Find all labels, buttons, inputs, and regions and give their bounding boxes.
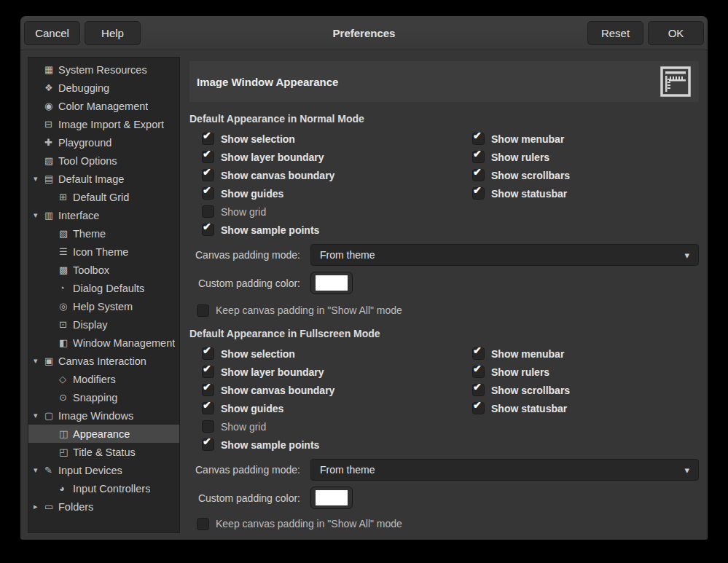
sidebar-item-label: Default Image (58, 173, 124, 185)
canvas-padding-mode-label: Canvas padding mode: (189, 249, 300, 261)
sidebar-item-label: Modifiers (73, 374, 116, 385)
checkbox-row: ✔Show scrollbars (461, 166, 570, 184)
custom-padding-color-button-fullscreen[interactable] (310, 487, 353, 509)
checkbox-show-rulers-normal[interactable]: ✔ (472, 151, 485, 163)
checkbox-show-grid-normal[interactable]: ✔ (202, 205, 214, 218)
checkbox-show-layer-boundary-fullscreen[interactable]: ✔ (202, 366, 214, 378)
color-management-icon: ◉ (44, 101, 58, 111)
sidebar-item-system-resources[interactable]: ▦System Resources (28, 60, 179, 79)
checkbox-keep-canvas-padding-fullscreen[interactable]: ✔ (197, 518, 209, 530)
sidebar-item-color-management[interactable]: ◉Color Management (28, 97, 179, 115)
collapse-arrow-icon[interactable]: ▾ (34, 210, 44, 220)
sidebar-item-label: Playground (58, 137, 111, 149)
help-button[interactable]: Help (85, 21, 141, 45)
check-icon: ✔ (473, 130, 482, 141)
checkbox-show-selection-normal[interactable]: ✔ (202, 133, 214, 145)
checkbox-show-menubar-fullscreen[interactable]: ✔ (472, 347, 485, 360)
cancel-button[interactable]: Cancel (24, 21, 80, 45)
reset-button[interactable]: Reset (587, 21, 643, 45)
sidebar-item-help-system[interactable]: ◎Help System (28, 297, 179, 315)
expand-arrow-icon[interactable]: ▸ (34, 502, 44, 511)
sidebar-item-debugging[interactable]: ❖Debugging (28, 79, 179, 97)
checkbox-show-scrollbars-normal[interactable]: ✔ (472, 169, 485, 181)
checkbox-show-layer-boundary-normal[interactable]: ✔ (202, 151, 214, 163)
sidebar-item-interface[interactable]: ▾▥Interface (28, 206, 179, 224)
dialog-defaults-icon: ◔ (59, 283, 73, 294)
sidebar-item-image-windows[interactable]: ▾▢Image Windows (28, 406, 179, 425)
collapse-arrow-icon[interactable]: ▾ (34, 174, 44, 184)
check-icon: ✔ (473, 148, 482, 160)
sidebar-item-dialog-defaults[interactable]: ◔Dialog Defaults (28, 279, 179, 297)
sidebar-item-label: Tool Options (58, 155, 117, 167)
checkbox-show-sample-points-normal[interactable]: ✔ (202, 224, 214, 236)
playground-icon: ✚ (44, 137, 58, 148)
sidebar-item-input-controllers[interactable]: ◕Input Controllers (28, 479, 179, 497)
checkbox-label: Show statusbar (491, 403, 567, 414)
sidebar-item-label: System Resources (58, 64, 147, 76)
sidebar-item-label: Snapping (73, 392, 117, 403)
checkbox-grid-fullscreen: ✔Show selection✔Show layer boundary✔Show… (189, 345, 699, 454)
checkbox-show-statusbar-fullscreen[interactable]: ✔ (472, 402, 485, 414)
collapse-arrow-icon[interactable]: ▾ (34, 356, 44, 366)
checkbox-row: ✔Show statusbar (461, 399, 570, 417)
checkbox-show-scrollbars-fullscreen[interactable]: ✔ (472, 384, 485, 396)
sidebar-item-icon-theme[interactable]: ☰Icon Theme (28, 243, 179, 261)
sidebar-item-playground[interactable]: ✚Playground (28, 133, 179, 151)
sidebar-item-default-grid[interactable]: ⊞Default Grid (28, 188, 179, 206)
checkbox-show-guides-normal[interactable]: ✔ (202, 187, 214, 200)
checkbox-column-2: ✔Show menubar✔Show rulers✔Show scrollbar… (461, 130, 570, 239)
sidebar-item-snapping[interactable]: ⊙Snapping (28, 388, 179, 406)
checkbox-show-canvas-boundary-normal[interactable]: ✔ (202, 169, 214, 181)
checkbox-show-grid-fullscreen[interactable]: ✔ (202, 420, 214, 433)
checkbox-show-guides-fullscreen[interactable]: ✔ (202, 402, 214, 414)
collapse-arrow-icon[interactable]: ▾ (34, 411, 44, 420)
sidebar-item-theme[interactable]: ▧Theme (28, 224, 179, 243)
sidebar-item-appearance[interactable]: ◫Appearance (28, 425, 179, 443)
sidebar-item-folders[interactable]: ▸▭Folders (28, 497, 179, 516)
sidebar-item-label: Help System (73, 301, 133, 312)
sidebar-item-modifiers[interactable]: ◇Modifiers (28, 370, 179, 388)
appearance-icon: ◫ (59, 428, 73, 439)
collapse-arrow-icon[interactable]: ▾ (34, 465, 44, 475)
checkbox-show-sample-points-fullscreen[interactable]: ✔ (202, 438, 214, 451)
sidebar-item-tool-options[interactable]: ▨Tool Options (28, 151, 179, 170)
color-swatch (316, 490, 348, 505)
sidebar-item-canvas-interaction[interactable]: ▾▣Canvas Interaction (28, 352, 179, 370)
checkbox-row: ✔Show selection (189, 130, 461, 148)
checkbox-row: ✔Show layer boundary (189, 363, 461, 381)
checkbox-show-rulers-fullscreen[interactable]: ✔ (472, 366, 485, 378)
section-heading-fullscreen: Default Appearance in Fullscreen Mode (189, 326, 699, 341)
checkbox-show-statusbar-normal[interactable]: ✔ (472, 187, 485, 200)
sidebar-item-toolbox[interactable]: ▩Toolbox (28, 261, 179, 279)
checkbox-label: Show scrollbars (491, 385, 570, 396)
checkbox-row: ✔Show grid (189, 417, 461, 436)
sidebar-item-window-management[interactable]: ◧Window Management (28, 334, 179, 352)
checkbox-show-selection-fullscreen[interactable]: ✔ (202, 347, 214, 360)
checkbox-label: Show layer boundary (221, 366, 324, 378)
canvas-padding-mode-select-normal[interactable]: From theme▾ (310, 244, 699, 266)
ok-button[interactable]: OK (648, 21, 704, 45)
checkbox-row: ✔Show rulers (461, 363, 570, 381)
canvas-padding-mode-select-fullscreen[interactable]: From theme▾ (310, 459, 699, 481)
custom-padding-color-button-normal[interactable] (310, 272, 353, 294)
sidebar-item-label: Folders (58, 501, 93, 513)
checkbox-keep-canvas-padding-normal[interactable]: ✔ (197, 304, 209, 317)
checkbox-show-menubar-normal[interactable]: ✔ (472, 133, 485, 145)
sidebar-item-display[interactable]: ⊡Display (28, 315, 179, 334)
checkbox-row: ✔Show canvas boundary (189, 166, 461, 184)
image-import-export-icon: ⊟ (44, 119, 58, 130)
check-icon: ✔ (203, 399, 211, 411)
canvas-padding-mode-row-normal: Canvas padding mode:From theme▾ (189, 244, 699, 266)
check-icon: ✔ (473, 166, 482, 178)
checkbox-show-canvas-boundary-fullscreen[interactable]: ✔ (202, 384, 214, 396)
sidebar-item-label: Appearance (73, 428, 130, 440)
debugging-icon: ❖ (44, 82, 58, 93)
default-image-icon: ▤ (44, 173, 58, 184)
sidebar-item-image-import-export[interactable]: ⊟Image Import & Export (28, 115, 179, 133)
input-devices-icon: ✎ (44, 465, 58, 476)
main-content: Image Window Appearance (189, 57, 699, 533)
dialog-body: ▦System Resources❖Debugging◉Color Manage… (20, 50, 708, 533)
sidebar-item-default-image[interactable]: ▾▤Default Image (28, 170, 179, 188)
sidebar-item-input-devices[interactable]: ▾✎Input Devices (28, 461, 179, 479)
sidebar-item-title-status[interactable]: ◰Title & Status (28, 443, 179, 461)
